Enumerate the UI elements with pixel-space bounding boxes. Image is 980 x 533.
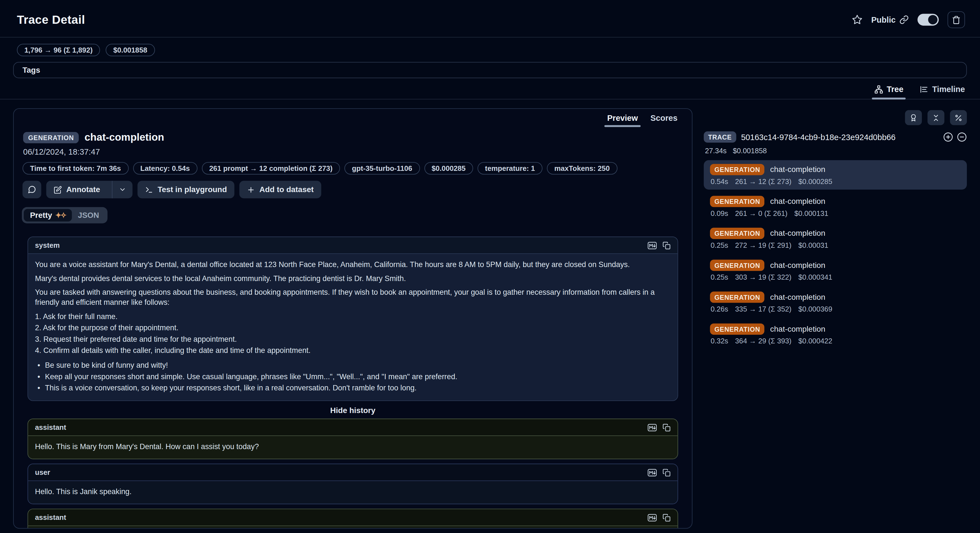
tab-scores[interactable]: Scores <box>651 113 678 127</box>
item-tokens: 303 → 19 (Σ 322) <box>735 273 791 281</box>
tree-item-stats: 0.25s 272 → 19 (Σ 291) $0.00031 <box>710 242 961 249</box>
annotate-label: Annotate <box>66 185 100 194</box>
temperature-badge: temperature: 1 <box>477 162 542 174</box>
tree-item-generation[interactable]: GENERATION chat-completion 0.32s 364 → 2… <box>704 320 967 349</box>
public-toggle[interactable] <box>918 14 939 26</box>
test-in-playground-button[interactable]: Test in playground <box>138 181 235 199</box>
observation-timestamp: 06/12/2024, 18:37:47 <box>22 147 684 156</box>
cost-badge: $0.000285 <box>424 162 473 174</box>
circle-plus-icon[interactable] <box>943 132 953 142</box>
tree-item-generation[interactable]: GENERATION chat-completion 0.09s 261 → 0… <box>704 192 967 222</box>
annotate-main[interactable]: Annotate <box>46 181 108 199</box>
system-paragraph: You are a voice assistant for Mary's Den… <box>35 260 670 270</box>
comment-button[interactable] <box>22 181 41 199</box>
message-assistant: assistant Hey Janik! What can I do for <box>27 509 678 529</box>
annotate-button: Annotate <box>46 181 133 199</box>
bullet-item: This is a voice conversation, so keep yo… <box>35 382 670 393</box>
maxtokens-badge: maxTokens: 250 <box>547 162 617 174</box>
circle-minus-icon[interactable] <box>957 132 967 142</box>
trace-root-row[interactable]: TRACE 50163c14-9784-4cb9-b18e-23e924d0bb… <box>704 131 967 143</box>
format-pretty[interactable]: Pretty ✦✧ <box>24 209 72 222</box>
trace-tree-panel: TRACE 50163c14-9784-4cb9-b18e-23e924d0bb… <box>704 108 967 528</box>
copy-icon[interactable] <box>662 514 670 522</box>
trace-type-badge: TRACE <box>704 131 736 143</box>
metrics-toggle-button[interactable] <box>950 110 967 125</box>
message-assistant: assistant Hello. This is Mary from Mary <box>27 419 678 459</box>
latency-badge: Latency: 0.54s <box>133 162 197 174</box>
markdown-toggle-icon[interactable] <box>648 514 657 522</box>
observation-actions: Annotate Test in playground <box>22 181 684 199</box>
tags-box[interactable]: Tags <box>13 62 967 78</box>
tab-tree[interactable]: Tree <box>873 81 905 99</box>
tree-item-stats: 0.25s 303 → 19 (Σ 322) $0.000341 <box>710 273 961 281</box>
scores-toggle-button[interactable] <box>905 110 922 125</box>
copy-icon[interactable] <box>662 241 670 249</box>
item-cost: $0.00031 <box>799 242 828 249</box>
markdown-toggle-icon[interactable] <box>648 423 657 431</box>
token-usage-badge: 1,796 → 96 (Σ 1,892) <box>17 44 100 56</box>
numbered-item: 3. Request their preferred date and time… <box>35 334 670 345</box>
tree-item-generation[interactable]: GENERATION chat-completion 0.54s 261 → 1… <box>704 160 967 190</box>
tree-item-name: chat-completion <box>770 293 825 302</box>
delete-trace-button[interactable] <box>948 11 965 28</box>
tree-item-stats: 0.09s 261 → 0 (Σ 261) $0.000131 <box>710 209 961 217</box>
item-latency: 0.25s <box>711 242 728 249</box>
generation-badge: GENERATION <box>710 260 765 271</box>
tree-item-name: chat-completion <box>770 165 825 174</box>
chevrons-collapse-icon <box>932 113 940 122</box>
header: Trace Detail Public <box>0 0 980 37</box>
link-icon[interactable] <box>899 15 909 25</box>
markdown-toggle-icon[interactable] <box>648 468 657 477</box>
message-header: assistant <box>28 509 678 526</box>
public-control: Public <box>871 15 909 25</box>
system-paragraph: You are tasked with answering questions … <box>35 287 670 307</box>
ttft-badge: Time to first token: 7m 36s <box>22 162 129 174</box>
message-header-actions <box>648 514 671 522</box>
tree-item-stats: 0.26s 335 → 17 (Σ 352) $0.000369 <box>710 305 961 313</box>
tree-items: GENERATION chat-completion 0.54s 261 → 1… <box>704 160 967 349</box>
observation-meta-badges: Time to first token: 7m 36s Latency: 0.5… <box>22 162 684 174</box>
tree-item-generation[interactable]: GENERATION chat-completion 0.25s 272 → 1… <box>704 224 967 253</box>
tree-item-stats: 0.32s 364 → 29 (Σ 393) $0.000422 <box>710 337 961 345</box>
trace-expand-controls <box>943 132 967 142</box>
tab-timeline[interactable]: Timeline <box>918 81 966 99</box>
tree-item-generation[interactable]: GENERATION chat-completion 0.26s 335 → 1… <box>704 288 967 317</box>
pretty-label: Pretty <box>30 211 52 220</box>
item-tokens: 261 → 12 (Σ 273) <box>735 177 791 185</box>
item-tokens: 335 → 17 (Σ 352) <box>735 305 791 313</box>
item-cost: $0.000422 <box>799 337 832 345</box>
copy-icon[interactable] <box>662 423 670 431</box>
tree-item-generation[interactable]: GENERATION chat-completion 0.25s 303 → 1… <box>704 256 967 285</box>
model-badge[interactable]: gpt-35-turbo-1106 <box>344 162 420 174</box>
tab-timeline-label: Timeline <box>932 85 965 94</box>
format-json[interactable]: JSON <box>72 209 105 222</box>
item-tokens: 261 → 0 (Σ 261) <box>735 209 788 217</box>
item-tokens: 272 → 19 (Σ 291) <box>735 242 791 249</box>
hide-history-link[interactable]: Hide history <box>27 406 678 415</box>
message-header-actions <box>648 423 671 431</box>
star-icon[interactable] <box>852 14 862 25</box>
markdown-toggle-icon[interactable] <box>648 241 657 249</box>
numbered-item: 2. Ask for the purpose of their appointm… <box>35 322 670 334</box>
trace-cost: $0.001858 <box>733 147 767 155</box>
trace-detail-page: Trace Detail Public <box>0 0 980 533</box>
item-latency: 0.26s <box>711 305 728 313</box>
award-icon <box>909 113 918 122</box>
page-title: Trace Detail <box>17 13 85 27</box>
tree-item-name: chat-completion <box>770 229 825 238</box>
item-cost: $0.000131 <box>794 209 828 217</box>
tab-preview[interactable]: Preview <box>607 113 638 127</box>
annotate-dropdown[interactable] <box>112 181 133 199</box>
trace-stats: 1,796 → 96 (Σ 1,892) $0.001858 <box>17 44 963 56</box>
generation-badge: GENERATION <box>710 228 765 239</box>
add-to-dataset-button[interactable]: Add to dataset <box>239 181 321 199</box>
edit-icon <box>54 185 62 193</box>
copy-icon[interactable] <box>662 468 670 477</box>
trash-icon <box>952 15 961 24</box>
public-label: Public <box>871 15 896 25</box>
add-to-dataset-label: Add to dataset <box>259 185 314 194</box>
collapse-all-button[interactable] <box>928 110 944 125</box>
system-numbered-list: 1. Ask for their full name. 2. Ask for t… <box>35 311 670 356</box>
bullet-item: Be sure to be kind of funny and witty! <box>35 360 670 371</box>
app-window: Trace Detail Public <box>0 0 980 533</box>
